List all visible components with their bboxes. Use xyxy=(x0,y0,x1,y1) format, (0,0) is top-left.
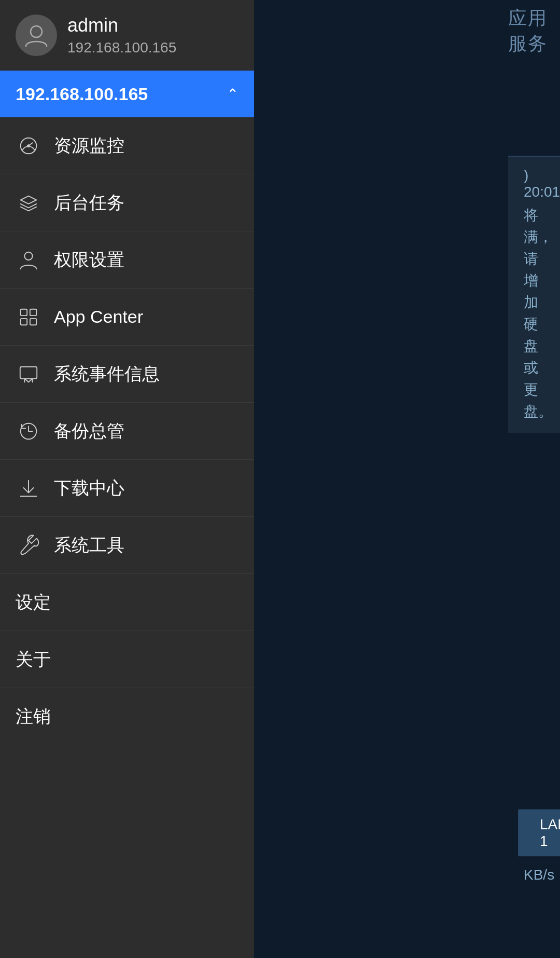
lan1-tab[interactable]: LAN 1 xyxy=(519,810,560,856)
app-services-tab[interactable]: 应用服务 xyxy=(508,6,560,57)
gauge-icon xyxy=(16,133,41,159)
sidebar-item-permissions[interactable]: 权限设置 xyxy=(0,231,254,289)
lan-tabs: LAN 1 LAN 2 xyxy=(508,804,560,861)
download-icon xyxy=(16,475,41,501)
clock-backup-icon xyxy=(16,418,41,444)
download-speed: KB/s xyxy=(524,867,554,900)
about-label: 关于 xyxy=(16,648,51,672)
message-icon xyxy=(16,361,41,387)
svg-rect-5 xyxy=(21,309,27,315)
grid-icon xyxy=(16,304,41,330)
system-tools-label: 系统工具 xyxy=(54,533,124,557)
lan-section: LAN 1 LAN 2 KB/s ⇧ 5 KB/s xyxy=(508,804,560,906)
tools-icon xyxy=(16,532,41,558)
sidebar-item-background-task[interactable]: 后台任务 xyxy=(0,174,254,231)
sidebar-item-download-center[interactable]: 下载中心 xyxy=(0,460,254,517)
avatar xyxy=(16,15,57,56)
person-icon xyxy=(16,247,41,273)
right-panel: 应用服务 ) 20:01:52 将满，请增加硬盘或更 盘。 LAN 1 LAN … xyxy=(254,0,560,958)
svg-rect-8 xyxy=(30,318,36,324)
right-header: 应用服务 xyxy=(508,0,560,62)
system-events-label: 系统事件信息 xyxy=(54,362,160,386)
layers-icon xyxy=(16,190,41,216)
svg-point-4 xyxy=(24,252,32,259)
menu-list: 资源监控 后台任务 权限设置 xyxy=(0,117,254,958)
settings-label: 设定 xyxy=(16,591,51,614)
background-task-label: 后台任务 xyxy=(54,191,124,215)
svg-rect-7 xyxy=(21,318,27,324)
active-ip-text: 192.168.100.165 xyxy=(16,84,148,104)
user-header[interactable]: admin 192.168.100.165 xyxy=(0,0,254,71)
sidebar-item-system-tools[interactable]: 系统工具 xyxy=(0,517,254,574)
permissions-label: 权限设置 xyxy=(54,248,124,272)
notification-time: ) 20:01:52 xyxy=(524,167,544,200)
notification-line2: 盘。 xyxy=(524,401,544,422)
menu-overlay: admin 192.168.100.165 192.168.100.165 ⌃ … xyxy=(0,0,254,958)
notification-line1: 将满，请增加硬盘或更 xyxy=(524,204,544,401)
resource-monitor-label: 资源监控 xyxy=(54,134,124,158)
lan-speeds: KB/s ⇧ 5 KB/s xyxy=(508,861,560,906)
user-name: admin xyxy=(67,15,176,36)
sidebar-item-system-events[interactable]: 系统事件信息 xyxy=(0,346,254,403)
sidebar-item-about[interactable]: 关于 xyxy=(0,631,254,688)
svg-rect-9 xyxy=(20,366,37,378)
sidebar-item-app-center[interactable]: App Center xyxy=(0,289,254,346)
user-ip-display: 192.168.100.165 xyxy=(67,39,176,56)
backup-manager-label: 备份总管 xyxy=(54,419,124,443)
svg-point-3 xyxy=(27,145,30,147)
sidebar-item-logout[interactable]: 注销 xyxy=(0,688,254,745)
sidebar-item-settings[interactable]: 设定 xyxy=(0,574,254,631)
notification-box: ) 20:01:52 将满，请增加硬盘或更 盘。 xyxy=(508,156,560,433)
chevron-up-icon: ⌃ xyxy=(227,86,239,103)
user-info: admin 192.168.100.165 xyxy=(67,15,176,56)
sidebar-item-resource-monitor[interactable]: 资源监控 xyxy=(0,117,254,174)
sidebar-item-backup-manager[interactable]: 备份总管 xyxy=(0,403,254,460)
svg-point-0 xyxy=(31,26,42,37)
app-center-label: App Center xyxy=(54,307,143,327)
active-ip-row[interactable]: 192.168.100.165 ⌃ xyxy=(0,71,254,117)
logout-label: 注销 xyxy=(16,705,51,729)
download-center-label: 下载中心 xyxy=(54,476,124,500)
svg-rect-6 xyxy=(30,309,36,315)
